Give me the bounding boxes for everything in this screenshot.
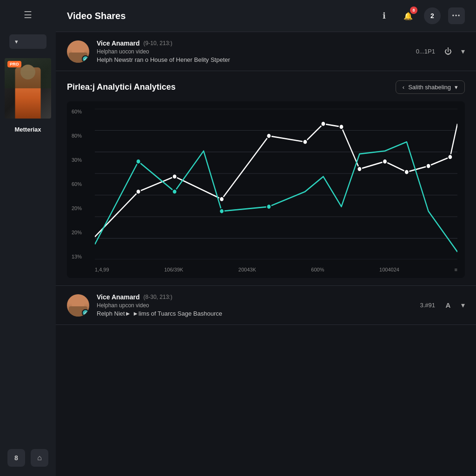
header: Video Shares ℹ 🔔 8 2 ••• (56, 0, 476, 32)
svg-point-8 (136, 189, 141, 194)
svg-point-9 (172, 174, 177, 179)
font-button-2[interactable]: A (441, 298, 456, 313)
y-axis-labels: 60% 80% 30% 60% 20% 20% 13% (72, 109, 82, 259)
sidebar-thumbnail: PRO (5, 58, 51, 119)
x-axis-labels: 1,4,99 106/39K 20043K 600% 1004024 ≡ (95, 267, 457, 272)
svg-point-13 (321, 121, 326, 126)
sidebar: ☰ ▾ PRO Metteriax 8 ⌂ (0, 0, 56, 476)
sidebar-icon-btn-number[interactable]: 8 (7, 449, 25, 467)
svg-point-16 (383, 159, 387, 164)
analytics-title: Pirlea:j Analytici Analytices (67, 82, 176, 92)
avatar-checkmark-1: ✓ (82, 55, 89, 63)
power-button-1[interactable]: ⏻ (441, 44, 456, 59)
chevron-down-icon-1: ▾ (461, 47, 465, 55)
sidebar-icon-btn-home[interactable]: ⌂ (31, 449, 48, 467)
info-button[interactable]: ℹ (376, 7, 392, 24)
user-count-button[interactable]: 2 (424, 7, 441, 24)
y-label-3: 60% (72, 181, 82, 187)
video-type-1: Helphan uocon video (97, 48, 409, 55)
page-title: Video Shares (67, 11, 126, 21)
y-label-1: 80% (72, 133, 82, 139)
sidebar-bottom-icons: 8 ⌂ (7, 449, 48, 467)
svg-point-19 (448, 154, 453, 159)
y-label-6: 13% (72, 254, 82, 259)
main-panel: Video Shares ℹ 🔔 8 2 ••• (56, 0, 476, 476)
svg-point-17 (404, 170, 409, 175)
y-label-5: 20% (72, 230, 82, 235)
filter-back-icon: ‹ (403, 84, 404, 91)
video-count-1: 0...1P1 (416, 48, 435, 55)
x-label-0: 1,4,99 (95, 267, 109, 272)
avatar-2: ✓ (67, 294, 89, 317)
chart-container: 60% 80% 30% 60% 20% 20% 13% (67, 101, 465, 278)
chart-svg (95, 109, 457, 259)
y-label-0: 60% (72, 109, 82, 114)
y-label-4: 20% (72, 205, 82, 211)
video-type-2: Helphan upcon video (97, 302, 412, 309)
sidebar-section-label: Metteriax (14, 126, 41, 133)
x-label-1: 106/39K (164, 267, 183, 272)
sidebar-dropdown-label: ▾ (15, 38, 18, 45)
svg-point-14 (339, 124, 344, 129)
video-item-1: ✓ Vice Anamard (9-10, 213:) Helphan uoco… (56, 32, 476, 71)
avatar-checkmark-2: ✓ (82, 309, 89, 317)
analytics-section: Pirlea:j Analytici Analytices ‹ Salith s… (56, 71, 476, 278)
notification-button[interactable]: 🔔 8 (400, 7, 416, 24)
notification-badge: 8 (410, 7, 417, 14)
sidebar-dropdown[interactable]: ▾ (9, 34, 46, 49)
content-area: ✓ Vice Anamard (9-10, 213:) Helphan uoco… (56, 32, 476, 476)
more-menu-button[interactable]: ••• (448, 7, 465, 24)
video-author-2: Vice Anamard (97, 293, 140, 301)
sidebar-menu-icon[interactable]: ☰ (24, 9, 32, 20)
more-icon: ••• (452, 13, 461, 19)
video-author-line-2: Vice Anamard (8-30, 213:) (97, 293, 412, 301)
expand-button-1[interactable]: ▾ (461, 47, 465, 56)
y-label-2: 30% (72, 157, 82, 163)
info-icon: ℹ (383, 11, 386, 21)
sidebar-badge: PRO (7, 61, 21, 67)
user-count-label: 2 (430, 12, 434, 20)
x-label-3: 600% (311, 267, 324, 272)
video-description-1: Helph Newstr ran o House of Hener Belity… (97, 56, 409, 63)
x-label-2: 20043K (238, 267, 256, 272)
svg-point-12 (303, 139, 308, 145)
video-author-1: Vice Anamard (97, 40, 140, 47)
video-actions-1: 0...1P1 ⏻ ▾ (416, 44, 465, 59)
number-icon: 8 (14, 454, 18, 462)
power-icon-1: ⏻ (444, 47, 452, 56)
svg-point-18 (426, 164, 431, 169)
x-label-4: 1004024 (379, 267, 399, 272)
svg-point-11 (267, 133, 271, 139)
font-icon-2: A (446, 301, 451, 309)
svg-point-21 (172, 189, 177, 194)
svg-point-23 (267, 204, 271, 209)
svg-point-20 (136, 159, 141, 164)
header-actions: ℹ 🔔 8 2 ••• (376, 7, 465, 24)
video-info-2: Vice Anamard (8-30, 213:) Helphan upcon … (97, 293, 412, 317)
video-info-1: Vice Anamard (9-10, 213:) Helphan uocon … (97, 40, 409, 63)
expand-button-2[interactable]: ▾ (461, 301, 465, 310)
svg-point-15 (357, 166, 362, 172)
video-count-2: 3.#91 (420, 302, 435, 309)
x-label-5: ≡ (455, 267, 457, 272)
video-actions-2: 3.#91 A ▾ (420, 298, 465, 313)
video-date-1: (9-10, 213:) (144, 40, 172, 46)
video-date-2: (8-30, 213:) (144, 294, 172, 300)
chevron-down-icon-2: ▾ (461, 301, 465, 309)
svg-point-22 (219, 209, 224, 214)
analytics-header: Pirlea:j Analytici Analytices ‹ Salith s… (67, 80, 465, 94)
filter-chevron-icon: ▾ (455, 84, 458, 91)
analytics-filter-button[interactable]: ‹ Salith shabeling ▾ (396, 80, 465, 94)
video-description-2: Relph Niet► ►lims of Tuarcs Sage Bashour… (97, 310, 412, 317)
home-icon: ⌂ (37, 454, 42, 462)
avatar-1: ✓ (67, 40, 89, 63)
svg-point-10 (219, 197, 224, 202)
filter-label: Salith shabeling (408, 84, 451, 91)
video-author-line-1: Vice Anamard (9-10, 213:) (97, 40, 409, 47)
video-item-2: ✓ Vice Anamard (8-30, 213:) Helphan upco… (56, 285, 476, 325)
